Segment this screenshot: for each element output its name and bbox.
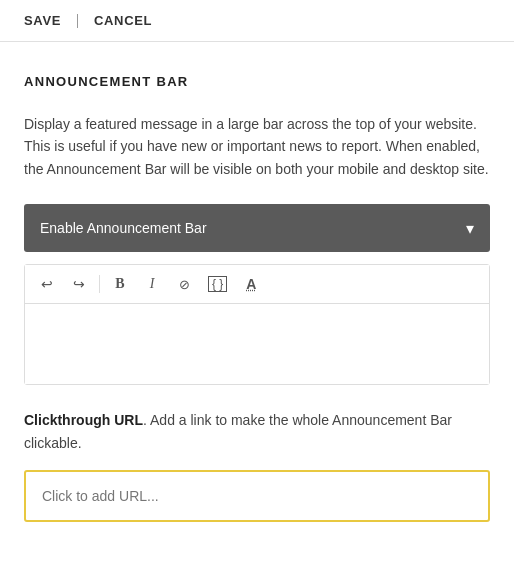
bold-icon: B bbox=[115, 276, 124, 292]
clickthrough-label-strong: Clickthrough URL bbox=[24, 412, 143, 428]
code-icon: { } bbox=[208, 276, 227, 292]
save-button[interactable]: SAVE bbox=[24, 13, 61, 28]
editor-content-area[interactable] bbox=[25, 304, 489, 384]
clear-format-icon: A bbox=[246, 276, 256, 292]
clear-format-button[interactable]: A bbox=[237, 271, 265, 297]
toolbar-divider bbox=[99, 275, 100, 293]
code-button[interactable]: { } bbox=[202, 271, 233, 297]
clickthrough-description: Clickthrough URL. Add a link to make the… bbox=[24, 409, 490, 454]
undo-icon: ↩ bbox=[41, 276, 53, 292]
url-input[interactable] bbox=[42, 488, 472, 504]
redo-icon: ↪ bbox=[73, 276, 85, 292]
main-content: ANNOUNCEMENT BAR Display a featured mess… bbox=[0, 42, 514, 562]
undo-button[interactable]: ↩ bbox=[33, 271, 61, 297]
italic-button[interactable]: I bbox=[138, 271, 166, 297]
italic-icon: I bbox=[150, 276, 155, 292]
url-input-container[interactable] bbox=[24, 470, 490, 522]
bold-button[interactable]: B bbox=[106, 271, 134, 297]
enable-dropdown[interactable]: Enable Announcement Bar ▾ bbox=[24, 204, 490, 252]
top-bar: SAVE CANCEL bbox=[0, 0, 514, 42]
link-icon: ⊘ bbox=[179, 277, 190, 292]
divider bbox=[77, 14, 78, 28]
rich-text-editor: ↩ ↪ B I ⊘ { } A bbox=[24, 264, 490, 385]
section-title: ANNOUNCEMENT BAR bbox=[24, 74, 490, 89]
description-text: Display a featured message in a large ba… bbox=[24, 113, 490, 180]
cancel-button[interactable]: CANCEL bbox=[94, 13, 152, 28]
clickthrough-section: Clickthrough URL. Add a link to make the… bbox=[24, 409, 490, 522]
link-button[interactable]: ⊘ bbox=[170, 271, 198, 297]
dropdown-label: Enable Announcement Bar bbox=[40, 220, 207, 236]
redo-button[interactable]: ↪ bbox=[65, 271, 93, 297]
editor-toolbar: ↩ ↪ B I ⊘ { } A bbox=[25, 265, 489, 304]
chevron-down-icon: ▾ bbox=[466, 219, 474, 238]
